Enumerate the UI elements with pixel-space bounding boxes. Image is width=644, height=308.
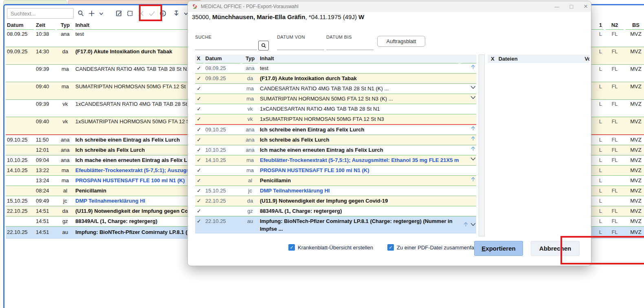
export-row-check-icon[interactable]: ✓ xyxy=(197,196,203,206)
maximize-button[interactable]: □ xyxy=(570,3,573,10)
export-row-check-icon[interactable]: ✓ xyxy=(197,166,203,175)
krankenblatt-checkbox-label: Krankenblatt-Übersicht erstellen xyxy=(298,245,373,251)
files-col-x[interactable]: X xyxy=(491,56,495,62)
export-row-inhalt: Ich schreibe einen Eintrag als Felix Lur… xyxy=(260,125,459,135)
export-row-check-icon[interactable]: ✓ xyxy=(197,155,203,165)
export-row-check-icon[interactable]: ✓ xyxy=(197,114,203,124)
export-row-arrows xyxy=(461,206,476,216)
krankenblatt-checkbox[interactable]: ✓ xyxy=(288,244,295,251)
col-header-inhalt[interactable]: Inhalt xyxy=(260,55,459,63)
row-typ: ma xyxy=(57,166,73,175)
minimize-button[interactable]: — xyxy=(555,4,559,9)
col-header-zeit[interactable]: Zeit xyxy=(36,22,55,30)
export-row[interactable]: ✓22.10.25auImpfung: BioNTech-Pfizer Comi… xyxy=(195,216,476,234)
move-up-icon[interactable] xyxy=(470,145,476,155)
export-row-check-icon[interactable]: ✓ xyxy=(197,216,203,234)
export-row-typ: ma xyxy=(242,94,258,104)
export-row[interactable]: ✓09.10.25anaIch schreibe einen Eintrag a… xyxy=(195,125,476,135)
row-typ: jc xyxy=(57,196,73,206)
row-n2: FL xyxy=(606,186,624,196)
row-typ: da xyxy=(57,206,73,216)
export-row-typ: ma xyxy=(242,84,258,94)
row-datum: 10.10.25 xyxy=(7,155,34,165)
export-row-datum xyxy=(205,104,240,114)
confirm-icon[interactable] xyxy=(148,9,156,18)
dialog-search-button[interactable] xyxy=(258,41,269,50)
col-header-n2[interactable]: N2 xyxy=(606,22,624,30)
export-row-check-icon[interactable]: ✓ xyxy=(197,186,203,196)
export-row[interactable]: ✓22.10.25da(U11.9) Notwendigkeit der Imp… xyxy=(195,196,476,206)
select-region-icon[interactable] xyxy=(126,9,134,18)
add-entry-chevron-icon[interactable] xyxy=(99,9,103,18)
row-datum xyxy=(7,216,34,226)
row-typ: vk xyxy=(57,101,73,117)
row-typ: ana xyxy=(57,135,73,145)
expand-chevron-icon[interactable] xyxy=(470,155,476,165)
export-row[interactable]: ✓15.10.25jcDMP Teilnahmeerklärung HI xyxy=(195,186,476,196)
move-up-icon[interactable] xyxy=(470,63,476,73)
abbrechen-button[interactable]: Abbrechen xyxy=(531,241,580,256)
row-typ: ana xyxy=(57,155,73,165)
export-row-check-icon[interactable]: ✓ xyxy=(197,74,203,83)
export-row-check-icon[interactable]: ✓ xyxy=(197,125,203,135)
row-typ: ma xyxy=(57,83,73,99)
export-row-arrows xyxy=(461,74,476,83)
col-header-x[interactable]: X xyxy=(197,55,203,63)
row-n2: FL xyxy=(606,206,624,216)
search-icon[interactable] xyxy=(77,9,85,18)
export-row[interactable]: ✓10.10.25anaIch mache einen erneuten Ein… xyxy=(195,145,476,155)
expand-chevron-icon[interactable] xyxy=(470,94,476,104)
dialog-titlebar[interactable]: MEDICAL OFFICE - PDF-Export-Vorauswahl —… xyxy=(188,1,591,12)
expand-chevron-icon[interactable] xyxy=(470,221,476,229)
export-row[interactable]: ✓maPROSPAN HUSTENSAFT FLE 100 ml N1 (K) xyxy=(195,166,476,176)
export-row-check-icon[interactable]: ✓ xyxy=(197,206,203,216)
export-row[interactable]: ✓gz88349A/L (1, Charge: regtergerg) xyxy=(195,206,476,216)
export-row[interactable]: ✓vk1xCANDESARTAN RATIO 4MG TAB TAB 28 St… xyxy=(195,104,476,114)
files-col-right-label[interactable]: Vo xyxy=(585,56,589,62)
export-row[interactable]: ✓09.09.25da(F17.0) Akute Intoxikation du… xyxy=(195,74,476,84)
add-entry-icon[interactable] xyxy=(88,9,96,18)
move-up-icon[interactable] xyxy=(463,221,469,229)
files-panel: X Dateien Vo xyxy=(488,55,589,236)
export-row[interactable]: ✓anaIch schreibe als Felix Lurch xyxy=(195,135,476,145)
search-input[interactable] xyxy=(7,8,74,19)
col-header-bs[interactable]: BS xyxy=(626,22,644,30)
date-from-underline[interactable] xyxy=(277,50,324,50)
export-row-check-icon[interactable]: ✓ xyxy=(197,104,203,114)
exportieren-button[interactable]: Exportieren xyxy=(474,241,523,256)
export-row[interactable]: ✓maCANDESARTAN RATIO 4MG TAB TAB 28 St N… xyxy=(195,84,476,94)
export-download-icon[interactable] xyxy=(172,9,180,18)
export-table-scrollbar[interactable] xyxy=(479,55,485,236)
close-button[interactable]: × xyxy=(584,2,588,11)
export-row[interactable]: ✓08.09.25anatest xyxy=(195,63,476,74)
export-row[interactable]: ✓vk1xSUMATRIPTAN HORMOSAN 50MG FTA 12 St… xyxy=(195,114,476,125)
export-row[interactable]: ✓14.10.25maEfeublätter-Trockenextrakt (5… xyxy=(195,155,476,166)
move-up-icon[interactable] xyxy=(470,135,476,145)
col-header-datum[interactable]: Datum xyxy=(205,55,240,63)
files-col-label[interactable]: Dateien xyxy=(499,56,518,62)
auftragsblatt-button[interactable]: Auftragsblatt xyxy=(377,36,425,47)
export-row-check-icon[interactable]: ✓ xyxy=(197,145,203,155)
expand-chevron-icon[interactable] xyxy=(470,84,476,94)
row-n2: FL xyxy=(606,31,624,47)
export-row-check-icon[interactable]: ✓ xyxy=(197,135,203,145)
export-row-check-icon[interactable]: ✓ xyxy=(197,84,203,94)
move-up-icon[interactable] xyxy=(470,176,476,186)
search-field-underline[interactable] xyxy=(195,50,257,50)
info-icon[interactable] xyxy=(159,9,167,18)
export-row[interactable]: ✓maSUMATRIPTAN HORMOSAN 50MG FTA 12 St N… xyxy=(195,94,476,104)
col-header-typ[interactable]: Typ xyxy=(242,55,258,63)
pdf-merge-checkbox[interactable]: ✓ xyxy=(387,244,394,251)
export-row-check-icon[interactable]: ✓ xyxy=(197,94,203,104)
col-header-arrows xyxy=(461,55,476,63)
export-row[interactable]: ✓alPenicillamin xyxy=(195,176,476,186)
date-to-underline[interactable] xyxy=(326,50,374,50)
export-row-check-icon[interactable]: ✓ xyxy=(197,63,203,73)
row-typ: ma xyxy=(57,66,73,82)
edit-entry-icon[interactable] xyxy=(115,9,123,18)
move-up-icon[interactable] xyxy=(470,125,476,135)
export-row-check-icon[interactable]: ✓ xyxy=(197,176,203,186)
col-header-datum[interactable]: Datum xyxy=(7,22,34,30)
col-header-typ[interactable]: Typ xyxy=(57,22,73,30)
delete-entry-icon[interactable] xyxy=(137,9,145,18)
